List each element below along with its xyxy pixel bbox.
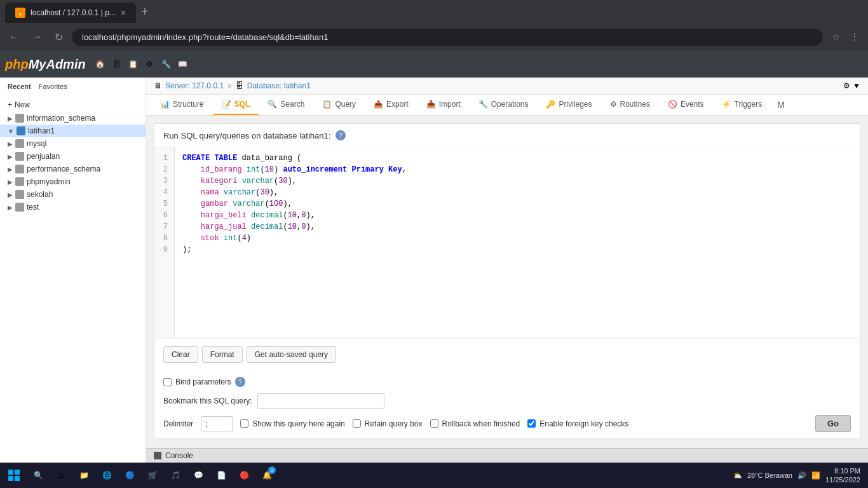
sql-editor: 12345 6789 CREATE TABLE data_barang ( id… xyxy=(154,147,860,338)
sidebar-new-item[interactable]: + New xyxy=(0,98,146,112)
sidebar: Recent Favorites + New ▶ information_sch… xyxy=(0,78,146,463)
home-icon[interactable]: 🏠 xyxy=(93,57,107,71)
taskbar-spotify[interactable]: 🎵 xyxy=(165,465,186,485)
tab-close-button[interactable]: × xyxy=(121,8,126,18)
taskbar-task-view[interactable]: 🗂 xyxy=(51,465,71,485)
db-icon xyxy=(15,190,24,199)
refresh-button[interactable]: ↻ xyxy=(51,29,67,46)
taskbar-edge[interactable]: 🔵 xyxy=(119,465,140,485)
tab-favicon: 🔥 xyxy=(15,8,25,18)
back-button[interactable]: ← xyxy=(5,29,23,45)
bookmark-row: Bookmark this SQL query: xyxy=(163,393,851,409)
tab-events[interactable]: 🚫 Events xyxy=(659,95,713,115)
routines-icon: ⚙ xyxy=(610,100,617,109)
expand-icon[interactable]: ▼ xyxy=(853,81,860,90)
docs-icon[interactable]: 📖 xyxy=(176,57,190,71)
address-input[interactable] xyxy=(72,29,823,46)
menu-icon[interactable]: ⋮ xyxy=(846,29,863,44)
content-area: Run SQL query/queries on database latiha… xyxy=(146,116,868,448)
line-numbers: 12345 6789 xyxy=(154,147,175,338)
taskbar-file-explorer[interactable]: 📁 xyxy=(74,465,94,485)
console-bar[interactable]: Console xyxy=(146,448,868,463)
sidebar-item-performance-schema[interactable]: ▶ performance_schema xyxy=(0,163,146,175)
taskbar-store[interactable]: 🛒 xyxy=(142,465,163,485)
sidebar-item-mysql[interactable]: ▶ mysql xyxy=(0,137,146,150)
tab-more[interactable]: M xyxy=(771,95,791,115)
active-tab[interactable]: 🔥 localhost / 127.0.0.1 | p... × xyxy=(5,3,136,23)
db-icon xyxy=(17,126,25,135)
sidebar-item-penjualan[interactable]: ▶ penjualan xyxy=(0,150,146,163)
taskbar-notification[interactable]: 🔔 2 xyxy=(257,465,277,485)
show-again-label: Show this query here again xyxy=(252,419,344,428)
new-tab-button[interactable]: + xyxy=(136,2,154,22)
show-again-row: Show this query here again xyxy=(240,419,344,428)
tab-export[interactable]: 📤 Export xyxy=(365,95,417,115)
bookmark-input[interactable] xyxy=(257,393,384,409)
breadcrumb-server[interactable]: Server: 127.0.0.1 xyxy=(165,81,224,90)
sql-panel: Run SQL query/queries on database latiha… xyxy=(154,123,860,439)
sidebar-item-sekolah[interactable]: ▶ sekolah xyxy=(0,188,146,201)
get-auto-saved-button[interactable]: Get auto-saved query xyxy=(247,346,336,363)
database-icon[interactable]: 🗄 xyxy=(110,57,124,71)
taskbar-acrobat[interactable]: 📄 xyxy=(211,465,231,485)
pma-header-icons: 🏠 🗄 📋 ⚙ 🔧 📖 xyxy=(93,57,190,71)
clear-button[interactable]: Clear xyxy=(163,346,198,363)
retain-query-label: Retain query box xyxy=(365,419,423,428)
app-content: phpMyAdmin 🏠 🗄 📋 ⚙ 🔧 📖 Recent Favorites xyxy=(0,51,868,463)
taskbar-app1[interactable]: 🔴 xyxy=(234,465,254,485)
delimiter-input[interactable] xyxy=(201,416,233,431)
network-icon: 🔊 xyxy=(797,471,806,480)
bookmark-icon[interactable]: ☆ xyxy=(828,29,844,44)
db-icon xyxy=(15,114,24,123)
taskbar: 🔍 🗂 📁 🌐 🔵 🛒 🎵 💬 📄 🔴 🔔 2 ⛅ 28°C Berawan 🔊… xyxy=(0,463,868,488)
svg-rect-0 xyxy=(8,470,13,475)
sidebar-tab-recent[interactable]: Recent xyxy=(5,81,34,92)
delimiter-row: Delimiter Show this query here again Ret… xyxy=(163,415,851,432)
foreign-key-checkbox[interactable] xyxy=(527,419,536,428)
new-icon: + xyxy=(8,100,12,109)
tab-sql[interactable]: 📝 SQL xyxy=(213,95,259,115)
rollback-checkbox[interactable] xyxy=(430,419,438,428)
db-name: information_schema xyxy=(27,114,95,123)
breadcrumb-db-icon: 🗄 xyxy=(236,81,243,90)
settings-icon[interactable]: ⚙ xyxy=(143,57,157,71)
bind-help-icon[interactable]: ? xyxy=(235,377,245,387)
taskbar-chrome[interactable]: 🌐 xyxy=(97,465,117,485)
tab-import[interactable]: 📥 Import xyxy=(417,95,470,115)
tab-routines[interactable]: ⚙ Routines xyxy=(601,95,659,115)
go-button[interactable]: Go xyxy=(815,415,851,432)
db-icon xyxy=(15,152,24,161)
sql-icon[interactable]: 📋 xyxy=(126,57,140,71)
start-button[interactable] xyxy=(3,464,25,487)
help-icon[interactable]: ? xyxy=(336,130,346,140)
tab-operations[interactable]: 🔧 Operations xyxy=(470,95,538,115)
sql-panel-header: Run SQL query/queries on database latiha… xyxy=(154,124,860,147)
sidebar-item-phpmyadmin[interactable]: ▶ phpmyadmin xyxy=(0,175,146,188)
search-icon: 🔍 xyxy=(268,100,277,109)
format-button[interactable]: Format xyxy=(202,346,243,363)
sidebar-tab-favorites[interactable]: Favorites xyxy=(36,81,70,92)
tab-triggers[interactable]: ⚡ Triggers xyxy=(713,95,771,115)
show-again-checkbox[interactable] xyxy=(240,419,248,428)
taskbar-time: 8:10 PM 11/25/2022 xyxy=(825,466,860,485)
sidebar-item-latihan1[interactable]: ▼ latihan1 xyxy=(0,125,146,137)
retain-query-checkbox[interactable] xyxy=(353,419,361,428)
main-panel: 🖥 Server: 127.0.0.1 » 🗄 Database: latiha… xyxy=(146,78,868,463)
tab-privileges[interactable]: 🔑 Privileges xyxy=(537,95,600,115)
breadcrumb-database[interactable]: Database: latihan1 xyxy=(247,81,311,90)
theme-icon[interactable]: 🔧 xyxy=(159,57,173,71)
breadcrumb-bar: 🖥 Server: 127.0.0.1 » 🗄 Database: latiha… xyxy=(146,78,868,95)
settings-icon[interactable]: ⚙ xyxy=(843,81,850,90)
tab-title: localhost / 127.0.0.1 | p... xyxy=(31,8,116,17)
sidebar-item-test[interactable]: ▶ test xyxy=(0,201,146,214)
tab-structure[interactable]: 📊 Structure xyxy=(151,95,213,115)
tab-search[interactable]: 🔍 Search xyxy=(259,95,313,115)
taskbar-whatsapp[interactable]: 💬 xyxy=(188,465,208,485)
taskbar-search[interactable]: 🔍 xyxy=(28,465,48,485)
code-editor[interactable]: CREATE TABLE data_barang ( id_barang int… xyxy=(175,147,860,338)
forward-button[interactable]: → xyxy=(28,29,46,45)
sidebar-item-information-schema[interactable]: ▶ information_schema xyxy=(0,112,146,125)
bind-parameters-label: Bind parameters xyxy=(175,377,231,386)
tab-query[interactable]: 📋 Query xyxy=(313,95,365,115)
bind-parameters-checkbox[interactable] xyxy=(163,378,172,386)
